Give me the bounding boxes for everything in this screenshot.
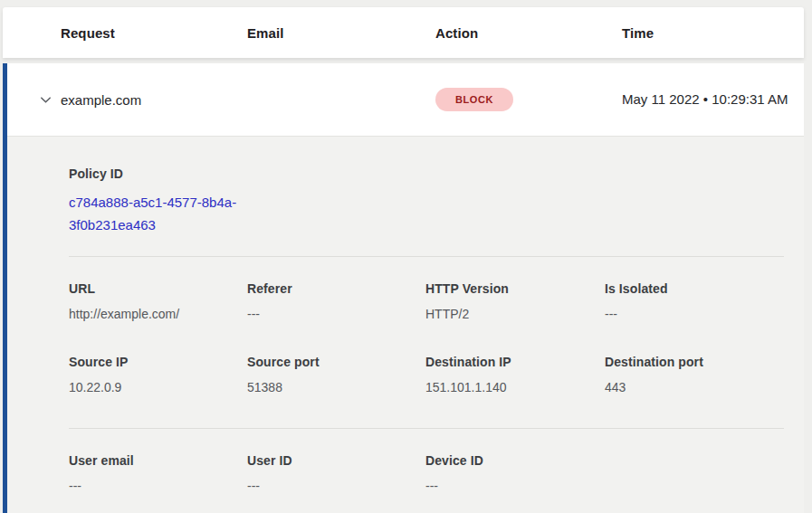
detail-row-http: URL http://example.com/ Referer --- HTTP… xyxy=(69,281,784,321)
chevron-down-icon[interactable] xyxy=(38,92,53,107)
action-block-badge: BLOCK xyxy=(435,88,513,111)
field-user-id: User ID --- xyxy=(247,453,425,493)
field-destination-ip: Destination IP 151.101.1.140 xyxy=(425,355,605,394)
column-header-email: Email xyxy=(247,25,435,41)
field-empty xyxy=(605,453,784,493)
column-header-request: Request xyxy=(61,25,247,41)
field-source-ip: Source IP 10.22.0.9 xyxy=(69,355,247,394)
timestamp: May 11 2022 • 10:29:31 AM xyxy=(622,89,790,110)
field-is-isolated: Is Isolated --- xyxy=(605,281,784,321)
column-header-action: Action xyxy=(435,25,622,41)
field-referer: Referer --- xyxy=(247,281,425,321)
log-detail-panel: Policy ID c784a888-a5c1-4577-8b4a-3f0b23… xyxy=(7,136,804,513)
policy-id-label: Policy ID xyxy=(69,166,784,181)
column-header-time: Time xyxy=(622,25,804,41)
log-table-header: Request Email Action Time xyxy=(3,7,804,58)
field-device-id: Device ID --- xyxy=(425,453,605,493)
request-domain: example.com xyxy=(61,92,247,108)
page-top-margin xyxy=(0,0,812,7)
policy-id-link[interactable]: c784a888-a5c1-4577-8b4a-3f0b231ea463 xyxy=(69,192,248,237)
field-destination-port: Destination port 443 xyxy=(605,355,784,394)
section-divider xyxy=(69,256,784,257)
section-divider xyxy=(69,428,784,429)
field-user-email: User email --- xyxy=(69,453,247,493)
detail-row-network: Source IP 10.22.0.9 Source port 51388 De… xyxy=(69,355,784,394)
expanded-log-entry: example.com BLOCK May 11 2022 • 10:29:31… xyxy=(3,63,804,513)
log-row-example-com[interactable]: example.com BLOCK May 11 2022 • 10:29:31… xyxy=(7,63,804,136)
detail-row-user: User email --- User ID --- Device ID --- xyxy=(69,453,784,493)
field-source-port: Source port 51388 xyxy=(247,355,425,394)
field-http-version: HTTP Version HTTP/2 xyxy=(425,281,605,321)
action-cell: BLOCK xyxy=(435,88,622,111)
field-url: URL http://example.com/ xyxy=(69,281,247,321)
